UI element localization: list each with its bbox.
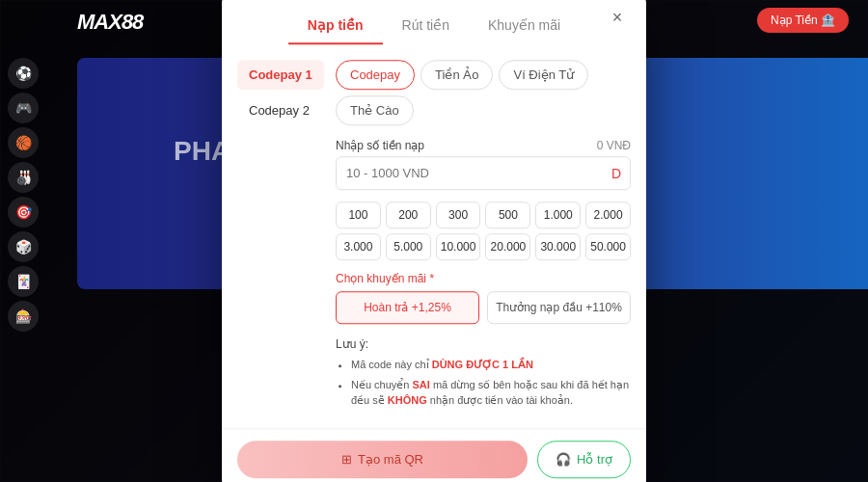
promo-nap-dau[interactable]: Thưởng nạp đầu +110% [487,291,631,324]
amt-btn-100[interactable]: 100 [336,201,381,228]
pay-tab-the-cao[interactable]: Thẻ Cào [336,95,414,125]
tab-khuyen-mai[interactable]: Khuyến mãi [469,8,580,44]
nap-tien-header-btn[interactable]: Nạp Tiền 🏦 [757,8,849,33]
note-item-2: Nếu chuyển SAI mã dừng số bên hoặc sau k… [351,377,631,409]
amt-btn-3000[interactable]: 3.000 [336,233,381,260]
notes-title: Lưu ý: [336,337,631,351]
codepay-sidebar: Codepay 1 Codepay 2 [237,60,324,413]
sidebar-icon-2[interactable]: 🎮 [8,93,39,123]
amt-btn-1000[interactable]: 1.000 [535,201,581,228]
sidebar-icon-5[interactable]: 🎯 [8,197,39,228]
amt-btn-200[interactable]: 200 [386,201,431,228]
amount-input[interactable] [336,156,631,190]
amt-btn-20000[interactable]: 20.000 [485,233,530,260]
sidebar-codepay1[interactable]: Codepay 1 [237,60,324,90]
amount-input-label: Nhập số tiền nạp 0 VNĐ [336,139,631,152]
modal-footer: ⊞ Tạo mã QR 🎧 Hỗ trợ [222,428,646,482]
create-qr-button[interactable]: ⊞ Tạo mã QR [237,441,528,478]
promo-hoan-tra[interactable]: Hoàn trả +1,25% [336,291,479,324]
sidebar-icon-1[interactable]: ⚽ [8,58,39,89]
amt-btn-5000[interactable]: 5.000 [386,233,431,260]
modal-body: Codepay 1 Codepay 2 Codepay Tiền Ảo Ví Đ… [222,44,646,428]
amt-btn-10000[interactable]: 10.000 [436,233,481,260]
sidebar-icon-4[interactable]: 🎳 [8,162,39,193]
amount-display: 0 VNĐ [597,139,631,152]
sidebar-icon-3[interactable]: 🏀 [8,127,39,158]
support-button[interactable]: 🎧 Hỗ trợ [537,441,631,478]
sidebar-codepay2[interactable]: Codepay 2 [237,95,324,125]
input-label-text: Nhập số tiền nạp [336,139,424,152]
payment-method-tabs: Codepay Tiền Ảo Ví Điện Tử Thẻ Cào [336,60,631,125]
amt-btn-2000[interactable]: 2.000 [585,201,631,228]
promo-label-text: Chọn khuyến mãi [336,272,426,285]
pay-tab-vi-dien-tu[interactable]: Ví Điện Tử [499,60,588,90]
close-button[interactable]: × [604,4,631,31]
promo-label: Chọn khuyến mãi * [336,272,631,285]
pay-tab-codepay[interactable]: Codepay [336,60,415,90]
sidebar-icon-6[interactable]: 🎲 [8,231,39,262]
sidebar-icon-7[interactable]: 🃏 [8,266,39,297]
notes-list: Mã code này chỉ DÙNG ĐƯỢC 1 LẦN Nếu chuy… [336,357,631,409]
amount-preset-grid: 100 200 300 500 1.000 2.000 3.000 5.000 … [336,201,631,260]
amt-btn-500[interactable]: 500 [485,201,530,228]
deposit-modal: Nạp tiền Rút tiền Khuyến mãi × Codepay 1… [222,0,646,482]
note-item-1: Mã code này chỉ DÙNG ĐƯỢC 1 LẦN [351,357,631,373]
modal-header: Nạp tiền Rút tiền Khuyến mãi × [222,0,646,44]
amt-btn-50000[interactable]: 50.000 [585,233,631,260]
amt-btn-300[interactable]: 300 [436,201,481,228]
deposit-content: Codepay Tiền Ảo Ví Điện Tử Thẻ Cào Nhập … [336,60,631,413]
sidebar-icon-8[interactable]: 🎰 [8,301,39,332]
site-logo: MAX88 [77,10,143,35]
headset-icon: 🎧 [556,452,571,467]
currency-icon: D [611,166,621,181]
amt-btn-30000[interactable]: 30.000 [535,233,581,260]
support-btn-label: Hỗ trợ [577,452,612,467]
left-sidebar: ⚽ 🎮 🏀 🎳 🎯 🎲 🃏 🎰 [8,58,39,332]
qr-btn-label: Tạo mã QR [358,452,423,467]
amount-input-wrap: D [336,156,631,190]
qr-icon: ⊞ [341,452,352,467]
promo-options: Hoàn trả +1,25% Thưởng nạp đầu +110% [336,291,631,324]
tab-rut-tien[interactable]: Rút tiền [383,8,469,44]
pay-tab-tien-ao[interactable]: Tiền Ảo [420,60,493,90]
tab-nap-tien[interactable]: Nạp tiền [288,8,383,44]
